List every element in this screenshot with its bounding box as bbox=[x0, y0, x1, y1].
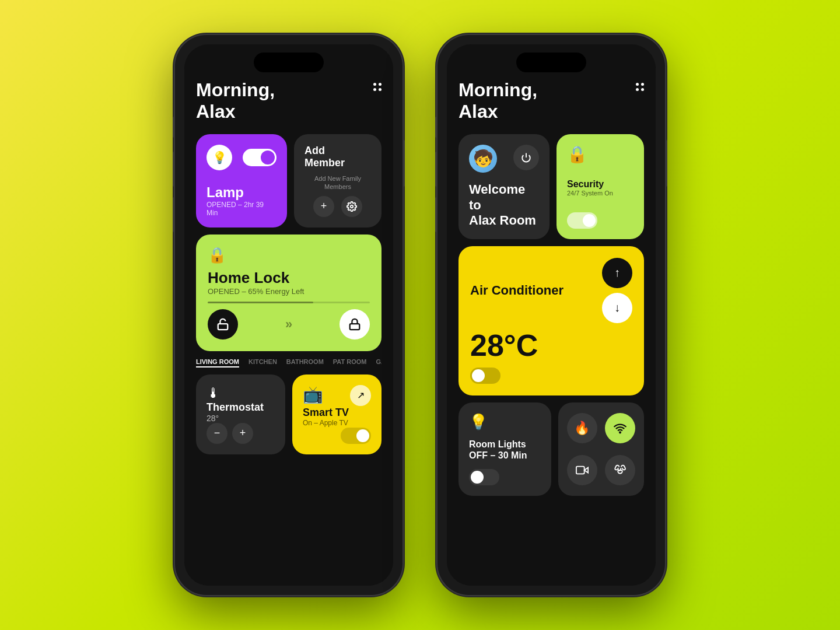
chevron-double-icon: » bbox=[285, 317, 292, 332]
tab-ga[interactable]: GA… bbox=[376, 358, 382, 368]
header-right: Morning, Alax bbox=[459, 79, 644, 123]
air-conditioner-card[interactable]: Air Conditioner ↑ ↓ 28°C bbox=[459, 246, 644, 396]
add-member-card[interactable]: Add Member Add New Family Members + bbox=[294, 134, 382, 228]
volume-down-button[interactable] bbox=[173, 197, 175, 232]
lamp-toggle[interactable] bbox=[243, 149, 276, 166]
thermostat-card[interactable]: 🌡 Thermostat 28° − + bbox=[196, 374, 285, 454]
fire-button[interactable]: 🔥 bbox=[567, 413, 597, 443]
mute-button[interactable] bbox=[173, 117, 175, 138]
home-lock-status: OPENED – 65% Energy Left bbox=[208, 287, 370, 296]
lamp-card[interactable]: 💡 Lamp OPENED – 2hr 39 Min bbox=[196, 134, 287, 228]
security-status: 24/7 System On bbox=[567, 190, 634, 197]
right-phone: Morning, Alax 🧒 bbox=[438, 35, 665, 595]
home-lock-card[interactable]: 🔒 Home Lock OPENED – 65% Energy Left bbox=[196, 235, 382, 351]
temp-increase-button[interactable]: + bbox=[232, 423, 253, 444]
mute-button-right[interactable] bbox=[435, 117, 438, 138]
room-lights-card[interactable]: 💡 Room Lights OFF – 30 Min bbox=[459, 402, 551, 496]
svg-rect-2 bbox=[350, 324, 360, 330]
smart-tv-expand-button[interactable]: ↗ bbox=[350, 385, 371, 406]
dynamic-island bbox=[254, 52, 324, 72]
room-tabs: LIVING ROOM KITCHEN BATHROOM PAT ROOM GA… bbox=[196, 358, 382, 368]
temp-decrease-button[interactable]: − bbox=[206, 423, 228, 444]
add-member-plus-button[interactable]: + bbox=[313, 196, 334, 217]
ac-temperature: 28°C bbox=[470, 328, 632, 363]
smart-tv-toggle[interactable] bbox=[341, 428, 371, 444]
user-avatar: 🧒 bbox=[469, 145, 497, 173]
ac-title: Air Conditioner bbox=[470, 283, 564, 298]
lamp-status: OPENED – 2hr 39 Min bbox=[206, 201, 276, 217]
svg-rect-1 bbox=[218, 324, 228, 330]
add-member-settings-button[interactable] bbox=[341, 196, 362, 217]
security-card[interactable]: 🔒 Security 24/7 System On bbox=[556, 134, 644, 239]
smart-tv-title: Smart TV bbox=[303, 407, 371, 419]
menu-dots[interactable] bbox=[373, 83, 382, 91]
pet-button[interactable] bbox=[605, 455, 635, 485]
security-title: Security bbox=[567, 179, 634, 190]
power-button-card[interactable] bbox=[513, 145, 539, 170]
power-button-right[interactable] bbox=[665, 140, 667, 187]
ac-toggle[interactable] bbox=[470, 368, 501, 384]
quick-controls-card: 🔥 bbox=[558, 402, 644, 496]
room-lights-icon: 💡 bbox=[469, 413, 541, 431]
lamp-title: Lamp bbox=[206, 184, 276, 201]
ac-temp-up-button[interactable]: ↑ bbox=[602, 258, 632, 288]
svg-point-0 bbox=[351, 205, 354, 208]
thermostat-temp: 28° bbox=[206, 414, 275, 423]
greeting-text: Morning, Alax bbox=[196, 79, 275, 123]
smart-tv-card[interactable]: 📺 ↗ Smart TV On – Apple TV bbox=[292, 374, 382, 454]
add-member-subtitle: Add New Family Members bbox=[304, 174, 371, 191]
tab-living-room[interactable]: LIVING ROOM bbox=[196, 358, 239, 368]
smart-tv-icon: 📺 bbox=[303, 385, 323, 404]
lock-close-button[interactable] bbox=[340, 309, 370, 340]
ac-temp-down-button[interactable]: ↓ bbox=[602, 293, 632, 323]
home-lock-icon: 🔒 bbox=[208, 246, 370, 264]
left-phone: Morning, Alax 💡 bbox=[175, 35, 402, 595]
welcome-card: 🧒 Welcome to Alax Room bbox=[459, 134, 550, 239]
svg-rect-5 bbox=[576, 466, 584, 474]
volume-up-button-right[interactable] bbox=[435, 152, 438, 187]
volume-down-button-right[interactable] bbox=[435, 197, 438, 232]
room-lights-toggle[interactable] bbox=[469, 469, 499, 485]
lamp-icon: 💡 bbox=[206, 145, 232, 170]
wifi-button[interactable] bbox=[605, 413, 635, 443]
volume-up-button[interactable] bbox=[173, 152, 175, 187]
security-lock-icon: 🔒 bbox=[567, 145, 634, 164]
menu-dots-right[interactable] bbox=[636, 83, 644, 91]
power-button[interactable] bbox=[402, 140, 405, 187]
add-member-title: Add Member bbox=[304, 145, 371, 170]
security-toggle[interactable] bbox=[567, 212, 597, 229]
greeting-text-right: Morning, Alax bbox=[459, 79, 537, 123]
smart-tv-status: On – Apple TV bbox=[303, 419, 371, 427]
lock-progress-bar bbox=[208, 302, 370, 303]
tab-kitchen[interactable]: KITCHEN bbox=[249, 358, 277, 368]
camera-button[interactable] bbox=[567, 455, 597, 485]
lock-open-button[interactable] bbox=[208, 309, 238, 340]
room-lights-title: Room Lights OFF – 30 Min bbox=[469, 439, 541, 461]
welcome-title: Welcome to Alax Room bbox=[469, 182, 539, 228]
svg-point-4 bbox=[620, 432, 621, 433]
tab-bathroom[interactable]: BATHROOM bbox=[286, 358, 324, 368]
thermostat-title: Thermostat bbox=[206, 401, 275, 414]
home-lock-title: Home Lock bbox=[208, 269, 370, 287]
dynamic-island-right bbox=[516, 52, 586, 72]
tab-pat-room[interactable]: PAT ROOM bbox=[333, 358, 367, 368]
header: Morning, Alax bbox=[196, 79, 382, 123]
thermostat-icon: 🌡 bbox=[206, 385, 275, 401]
